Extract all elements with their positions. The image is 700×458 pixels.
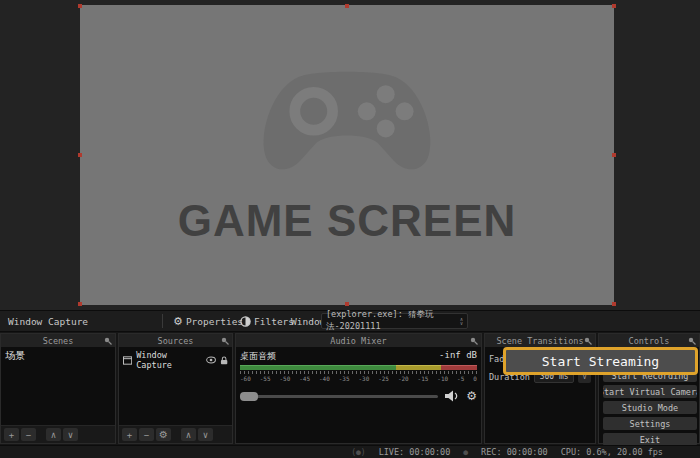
properties-button[interactable]: ⚙ Properties	[173, 311, 243, 331]
selection-handle[interactable]	[345, 4, 349, 8]
scene-list-item[interactable]: 场景	[1, 347, 115, 365]
scenes-toolbar: + − ∧ ∨	[1, 425, 115, 443]
pin-icon[interactable]	[221, 337, 229, 345]
audio-mixer-title: Audio Mixer	[330, 336, 386, 346]
start-virtual-camera-button[interactable]: Start Virtual Camera	[603, 385, 697, 398]
selection-handle[interactable]	[612, 153, 616, 157]
window-capture-icon	[123, 356, 132, 365]
scene-down-button[interactable]: ∨	[63, 428, 78, 441]
remove-scene-button[interactable]: −	[21, 428, 36, 441]
source-up-button[interactable]: ∧	[181, 428, 196, 441]
pin-icon[interactable]	[584, 337, 592, 345]
preview-canvas: GAME SCREEN	[0, 0, 700, 310]
record-dot-icon: ●	[463, 448, 468, 457]
meter-yellow-segment	[396, 365, 441, 370]
studio-mode-button[interactable]: Studio Mode	[603, 401, 697, 414]
volume-slider-handle[interactable]	[240, 392, 258, 401]
sources-toolbar: + − ⚙ ∧ ∨	[119, 425, 232, 443]
properties-label: Properties	[186, 316, 243, 327]
transitions-title: Scene Transitions	[497, 336, 584, 346]
meter-scale: -60-55 -50-45 -40-35 -30-25 -20-15 -10-5…	[240, 375, 477, 382]
start-streaming-button[interactable]: Start Streaming	[503, 347, 698, 375]
window-select-value: [explorer.exe]: 猜拳玩法-20201111	[326, 309, 457, 333]
source-label: Window Capture	[136, 350, 202, 370]
remove-source-button[interactable]: −	[139, 428, 154, 441]
rec-timer: REC: 00:00:00	[481, 447, 548, 457]
gamepad-icon	[257, 64, 437, 182]
mixer-gear-icon[interactable]: ⚙	[466, 389, 477, 403]
pin-icon[interactable]	[688, 337, 696, 345]
game-capture-preview[interactable]: GAME SCREEN	[80, 5, 614, 305]
obs-window: GAME SCREEN Window Capture ⚙ Properties …	[0, 0, 700, 458]
source-properties-button[interactable]: ⚙	[156, 428, 171, 441]
volume-slider[interactable]	[240, 395, 438, 398]
selected-source-label: Window Capture	[8, 311, 88, 331]
sources-title: Sources	[158, 336, 194, 346]
status-bar: (●) LIVE: 00:00:00 ● REC: 00:00:00 CPU: …	[0, 445, 700, 458]
filters-label: Filters	[254, 316, 294, 327]
selection-handle[interactable]	[345, 302, 349, 306]
audio-channel-name: 桌面音频	[240, 350, 276, 363]
source-list-item[interactable]: Window Capture	[119, 347, 232, 373]
add-scene-button[interactable]: +	[4, 428, 19, 441]
add-source-button[interactable]: +	[122, 428, 137, 441]
selection-handle[interactable]	[612, 4, 616, 8]
sources-panel: Sources Window Capture + − ⚙	[118, 333, 233, 444]
toolbar-divider	[162, 314, 163, 328]
meter-green-segment	[240, 365, 396, 370]
controls-title: Controls	[629, 336, 670, 346]
selection-handle[interactable]	[78, 4, 82, 8]
pin-icon[interactable]	[104, 337, 112, 345]
gear-icon: ⚙	[173, 315, 183, 328]
filters-button[interactable]: Filters	[240, 311, 294, 331]
live-broadcast-icon: (●)	[351, 448, 365, 457]
source-down-button[interactable]: ∨	[198, 428, 213, 441]
meter-red-segment	[441, 365, 477, 370]
audio-level-value: -inf dB	[439, 350, 477, 363]
selection-handle[interactable]	[78, 153, 82, 157]
window-select[interactable]: [explorer.exe]: 猜拳玩法-20201111 ∧∨	[321, 313, 468, 329]
meter-tickmarks	[240, 371, 477, 374]
live-timer: LIVE: 00:00:00	[379, 447, 451, 457]
scenes-panel: Scenes 场景 + − ∧ ∨	[0, 333, 116, 444]
filter-wheel-icon	[240, 316, 251, 327]
audio-mixer-panel: Audio Mixer 桌面音频 -inf dB -60-55 -50-45 -…	[235, 333, 482, 444]
volume-meter	[240, 365, 477, 370]
spinner-icon: ∧∨	[460, 317, 463, 325]
selection-handle[interactable]	[612, 302, 616, 306]
cpu-fps-stats: CPU: 0.6%, 20.00 fps	[561, 447, 663, 457]
speaker-icon[interactable]	[445, 390, 459, 402]
visibility-eye-icon[interactable]	[206, 356, 216, 364]
pin-icon[interactable]	[470, 337, 478, 345]
selection-handle[interactable]	[78, 302, 82, 306]
source-toolbar: Window Capture ⚙ Properties Filters Wind…	[0, 310, 700, 332]
scenes-title: Scenes	[43, 336, 74, 346]
placeholder-title: GAME SCREEN	[178, 196, 517, 246]
lock-icon[interactable]	[220, 356, 228, 365]
scene-up-button[interactable]: ∧	[46, 428, 61, 441]
settings-button[interactable]: Settings	[603, 417, 697, 430]
